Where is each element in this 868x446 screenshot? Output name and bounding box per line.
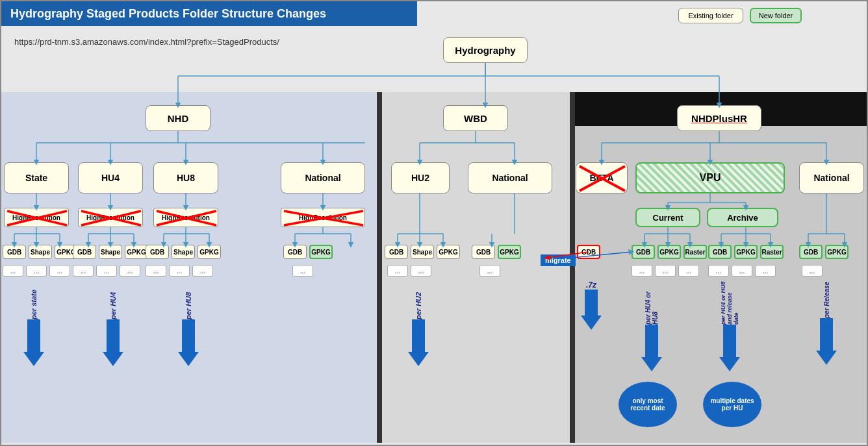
state-highres-cross-icon [5, 208, 68, 227]
legend-new: New folder [750, 8, 802, 23]
current-ellipsis-3: ... [678, 265, 699, 277]
hu8-ellipsis-1: ... [146, 265, 166, 277]
only-most-recent-oval: only most recent date [619, 382, 677, 427]
wbd-national-data-row: GDB GPKG [472, 245, 521, 259]
wbd-national-gdb: GDB [472, 245, 495, 259]
hu4-ellipsis-3: ... [120, 265, 140, 277]
current-ellipsis-row: ... ... ... [632, 265, 699, 277]
wbd-national-gpkg: GPKG [498, 245, 521, 259]
per-hu4-arrow: per HU4 [103, 280, 123, 366]
hu2-node: HU2 [391, 162, 450, 193]
hu8-ellipsis-2: ... [169, 265, 190, 277]
beta-node: BETA [576, 162, 628, 193]
nhdplushr-node: NHDPlusHR [677, 105, 761, 131]
archive-ellipsis-row: ... ... ... [708, 265, 776, 277]
state-ellipsis-1: ... [3, 265, 23, 277]
archive-data-row: GDB GPKG Raster [708, 245, 784, 259]
current-per-hu-arrow: per HU4 or HU8 [641, 279, 662, 371]
hu8-gdb: GDB [146, 245, 169, 259]
hu4-shape: Shape [99, 245, 122, 259]
multiple-dates-oval: multiple dates per HU [703, 382, 761, 427]
nhd-national-node: National [281, 162, 365, 193]
nhdplushr-national-ellipsis-row: ... [802, 265, 823, 277]
archive-gdb: GDB [708, 245, 732, 259]
legend-existing: Existing folder [678, 8, 743, 23]
beta-gdb: GDB [577, 245, 600, 259]
hydrography-node: Hydrography [443, 37, 528, 63]
nhdplushr-national-ellipsis-1: ... [802, 265, 823, 277]
state-gdb: GDB [3, 245, 26, 259]
per-hu8-arrow: per HU8 [178, 280, 199, 366]
state-ellipsis-3: ... [49, 265, 70, 277]
per-hu2-arrow: per HU2 [408, 280, 429, 366]
hu8-ellipsis-3: ... [192, 265, 213, 277]
nhd-national-data-row: GDB GPKG [283, 245, 333, 259]
migrate-label: migrate [541, 254, 576, 266]
current-data-row: GDB GPKG Raster [632, 245, 707, 259]
current-node: Current [635, 208, 700, 227]
archive-node: Archive [707, 208, 778, 227]
hu8-ellipsis-row: ... ... ... [146, 265, 213, 277]
wbd-hu2-ellipsis-row: ... ... [387, 265, 431, 277]
beta-cross-icon [576, 163, 628, 194]
legend: Existing folder New folder [678, 8, 802, 23]
wbd-hu2-ellipsis-1: ... [387, 265, 408, 277]
national-highres-cross-icon [281, 208, 364, 227]
hu8-highres: HighResolution [153, 208, 218, 227]
current-gdb: GDB [632, 245, 655, 259]
hu4-gpkg: GPKG [125, 245, 148, 259]
nhdplushr-national-gdb: GDB [799, 245, 823, 259]
beta-data-row: GDB [577, 245, 600, 259]
hu8-node: HU8 [153, 162, 218, 193]
state-ellipsis-2: ... [26, 265, 47, 277]
nhdplushr-national-release-arrow: per Release [816, 279, 837, 365]
wbd-national-ellipsis-row: ... [479, 265, 500, 277]
current-ellipsis-2: ... [655, 265, 676, 277]
nhdplushr-national-gpkg: GPKG [825, 245, 849, 259]
hu4-gdb: GDB [73, 245, 96, 259]
state-node: State [4, 162, 69, 193]
hu8-data-row: GDB Shape GPKG [146, 245, 221, 259]
page-title: Hydrography Staged Products Folder Struc… [1, 1, 417, 26]
state-ellipsis-row: ... ... ... [3, 265, 70, 277]
hu8-shape: Shape [172, 245, 195, 259]
archive-per-hu-arrow: per HU4 or HU8 and release date [719, 279, 740, 371]
vpu-node: VPU [635, 162, 785, 193]
archive-ellipsis-1: ... [708, 265, 729, 277]
archive-ellipsis-2: ... [732, 265, 752, 277]
divider-right [570, 92, 575, 443]
per-state-arrow: per state [23, 280, 44, 366]
hu4-highres-cross-icon [79, 208, 142, 227]
archive-raster: Raster [760, 245, 784, 259]
wbd-hu2-shape: Shape [411, 245, 434, 259]
divider-left [377, 92, 382, 443]
current-ellipsis-1: ... [632, 265, 652, 277]
beta-7z-arrow: .7z [581, 280, 602, 330]
wbd-hu2-gdb: GDB [385, 245, 408, 259]
nhdplushr-national-data-row: GDB GPKG [799, 245, 849, 259]
hu4-ellipsis-1: ... [73, 265, 94, 277]
nhd-national-ellipsis-row: ... [292, 265, 313, 277]
hu8-highres-cross-icon [154, 208, 218, 227]
hu4-ellipsis-row: ... ... ... [73, 265, 140, 277]
wbd-national-ellipsis-1: ... [479, 265, 500, 277]
nhdplushr-national-node: National [799, 162, 864, 193]
national-highres: HighResolution [281, 208, 365, 227]
current-gpkg: GPKG [657, 245, 681, 259]
archive-ellipsis-3: ... [755, 265, 776, 277]
wbd-hu2-ellipsis-2: ... [411, 265, 431, 277]
state-data-row: GDB Shape GPKG [3, 245, 78, 259]
url-bar: https://prd-tnm.s3.amazonaws.com/index.h… [14, 37, 279, 47]
hu4-ellipsis-2: ... [96, 265, 117, 277]
state-shape: Shape [29, 245, 52, 259]
nhd-national-gpkg: GPKG [309, 245, 333, 259]
hu8-gpkg: GPKG [198, 245, 221, 259]
hu4-highres: HighResolution [78, 208, 143, 227]
wbd-node: WBD [443, 105, 508, 131]
state-highres: HighResolution [4, 208, 69, 227]
wbd-hu2-gpkg: GPKG [437, 245, 460, 259]
nhd-national-ellipsis-1: ... [292, 265, 313, 277]
wbd-national-node: National [468, 162, 552, 193]
hu4-node: HU4 [78, 162, 143, 193]
current-raster: Raster [683, 245, 707, 259]
